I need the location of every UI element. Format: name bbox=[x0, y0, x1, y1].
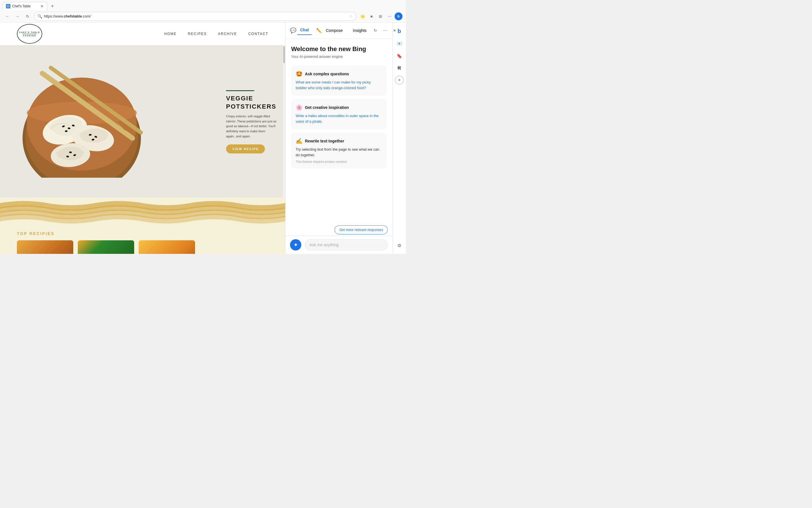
tab-title: Chef's Table bbox=[12, 4, 31, 8]
feature-card-rewrite: ✍️ Rewrite text together Try selecting t… bbox=[291, 133, 387, 168]
site-navigation: CHEF'S TABLE COOKING HOME RECIPES ARCHIV… bbox=[0, 23, 285, 45]
collections-button[interactable]: ⊞ bbox=[377, 12, 384, 20]
creative-icon: 🌸 bbox=[296, 104, 303, 111]
recipe-thumbnail-1[interactable] bbox=[17, 240, 73, 254]
url-prefix: https://www. bbox=[44, 14, 64, 18]
rewrite-note: This feature requires privacy consent. bbox=[296, 160, 382, 163]
chat-tab-label: Chat bbox=[300, 28, 309, 32]
address-bar: ← → ↻ 🔍 https://www.chefstable.com/ ☆ 🌟 … bbox=[0, 10, 406, 23]
recipe-thumbnail-2[interactable] bbox=[78, 240, 134, 254]
welcome-title: Welcome to the new Bing bbox=[291, 45, 387, 53]
url-text: https://www.chefstable.com/ bbox=[44, 14, 347, 18]
recipe-divider bbox=[226, 90, 254, 91]
feature-link-1[interactable]: What are some meals I can make for my pi… bbox=[296, 80, 382, 90]
chat-tab[interactable]: Chat bbox=[297, 26, 312, 34]
forward-button[interactable]: → bbox=[13, 12, 21, 20]
bing-sidebar: 💬 Chat ✏️ Compose Insights bbox=[285, 23, 392, 254]
sidebar-header-actions: ↻ ⋯ ✕ bbox=[372, 27, 398, 34]
bottom-section: TOP RECIPIES bbox=[0, 226, 285, 254]
main-area: CHEF'S TABLE COOKING HOME RECIPES ARCHIV… bbox=[0, 23, 406, 254]
top-recipes-title: TOP RECIPIES bbox=[17, 231, 268, 236]
tab-favicon: C bbox=[6, 4, 10, 8]
get-relevant-responses-button[interactable]: Get more relevant responses bbox=[335, 225, 388, 235]
recipe-thumbnails bbox=[17, 240, 268, 254]
bowl-container bbox=[14, 56, 155, 178]
scrollbar-thumb[interactable] bbox=[283, 46, 285, 63]
sidebar-refresh-button[interactable]: ↻ bbox=[372, 27, 379, 34]
sidebar-footer: ✦ Ask me anything bbox=[286, 236, 392, 254]
rewrite-icon: ✍️ bbox=[296, 138, 303, 144]
outlook-icon[interactable]: 📧 bbox=[394, 38, 404, 48]
bing-button[interactable]: b bbox=[394, 12, 402, 20]
sidebar-header: 💬 Chat ✏️ Compose Insights bbox=[286, 23, 392, 39]
back-button[interactable]: ← bbox=[3, 12, 11, 20]
relevant-btn-wrapper: Get more relevant responses bbox=[286, 223, 392, 236]
recipe-card: VEGGIE POTSTICKERS Crispy exterior, soft… bbox=[221, 85, 282, 159]
right-sidebar: b 📧 🔖 🛠 + ⚙ bbox=[392, 23, 406, 254]
tab-close-button[interactable]: ✕ bbox=[40, 4, 44, 8]
feature-link-2[interactable]: Write a haiku about crocodiles in outer … bbox=[296, 113, 382, 124]
food-illustration bbox=[14, 56, 155, 178]
wave-decoration bbox=[0, 198, 285, 226]
extensions-button[interactable]: 🌟 bbox=[359, 12, 367, 20]
add-extension-button[interactable]: + bbox=[395, 76, 404, 85]
url-suffix: .com/ bbox=[82, 14, 91, 18]
site-logo: CHEF'S TABLE COOKING bbox=[17, 24, 42, 44]
sidebar-close-button[interactable]: ✕ bbox=[391, 27, 398, 34]
feature-card-title-2: 🌸 Get creative inspiration bbox=[296, 104, 382, 111]
back-icon: ← bbox=[5, 14, 9, 18]
welcome-subtitle: Your AI-powered answer engine bbox=[291, 54, 387, 59]
chat-tab-icon: 💬 bbox=[290, 27, 296, 34]
rewrite-text: Try selecting text from the page to see … bbox=[296, 147, 382, 158]
feature-card-title-3: ✍️ Rewrite text together bbox=[296, 138, 382, 144]
ask-placeholder: Ask me anything bbox=[309, 243, 339, 247]
tab-bar: C Chef's Table ✕ + bbox=[0, 0, 406, 10]
new-tab-button[interactable]: + bbox=[48, 2, 56, 10]
nav-home[interactable]: HOME bbox=[164, 32, 177, 36]
webpage-content: CHEF'S TABLE COOKING HOME RECIPES ARCHIV… bbox=[0, 23, 285, 254]
webpage-scrollbar[interactable] bbox=[283, 45, 285, 198]
insights-tab[interactable]: Insights bbox=[350, 27, 369, 34]
search-icon: 🔍 bbox=[38, 14, 42, 18]
refresh-icon: ↻ bbox=[26, 14, 29, 18]
refresh-button[interactable]: ↻ bbox=[24, 12, 32, 20]
url-input[interactable]: 🔍 https://www.chefstable.com/ ☆ bbox=[34, 12, 356, 21]
collections-sidebar-icon[interactable]: 🔖 bbox=[394, 51, 404, 61]
wave-section bbox=[0, 198, 285, 226]
star-icon: ☆ bbox=[349, 14, 352, 18]
forward-icon: → bbox=[15, 14, 19, 18]
recipe-thumbnail-3[interactable] bbox=[139, 240, 195, 254]
recipe-title: VEGGIE POTSTICKERS bbox=[226, 94, 277, 111]
compose-tab[interactable]: Compose bbox=[323, 27, 345, 34]
feature-card-title-1: 🤩 Ask complex questions bbox=[296, 71, 382, 77]
ask-input-field[interactable]: Ask me anything bbox=[305, 239, 388, 251]
active-tab[interactable]: C Chef's Table ✕ bbox=[2, 2, 47, 10]
insights-tab-label: Insights bbox=[353, 28, 367, 33]
sidebar-content: Welcome to the new Bing Your AI-powered … bbox=[286, 39, 392, 223]
recipe-description: Crispy exterior, soft veggie-filled inte… bbox=[226, 114, 277, 139]
toolbar-icons: 🌟 ★ ⊞ ⋯ b bbox=[359, 12, 402, 20]
nav-archive[interactable]: ARCHIVE bbox=[218, 32, 237, 36]
gear-icon: ⚙ bbox=[397, 243, 401, 248]
hero-section: VEGGIE POTSTICKERS Crispy exterior, soft… bbox=[0, 45, 285, 198]
nav-recipes[interactable]: RECIPES bbox=[188, 32, 207, 36]
favorites-button[interactable]: ★ bbox=[368, 12, 375, 20]
compose-tab-icon: ✏️ bbox=[316, 28, 322, 33]
spark-icon: ✦ bbox=[293, 242, 298, 248]
feature-card-creative: 🌸 Get creative inspiration Write a haiku… bbox=[291, 99, 387, 129]
bing-spark-button[interactable]: ✦ bbox=[290, 239, 301, 251]
nav-contact[interactable]: CONTACT bbox=[248, 32, 268, 36]
url-domain: chefstable bbox=[64, 14, 82, 18]
nav-links: HOME RECIPES ARCHIVE CONTACT bbox=[164, 32, 268, 36]
chat-tab-underline bbox=[297, 34, 312, 35]
compose-tab-label: Compose bbox=[326, 28, 343, 33]
plus-icon: + bbox=[398, 77, 401, 83]
view-recipe-button[interactable]: VIEW RECIPE bbox=[226, 144, 265, 154]
more-button[interactable]: ⋯ bbox=[386, 12, 393, 20]
questions-icon: 🤩 bbox=[296, 71, 303, 77]
feature-card-questions: 🤩 Ask complex questions What are some me… bbox=[291, 66, 387, 96]
sidebar-more-button[interactable]: ⋯ bbox=[381, 27, 389, 34]
sidebar-settings-button[interactable]: ⚙ bbox=[394, 240, 404, 251]
tools-icon[interactable]: 🛠 bbox=[394, 63, 404, 73]
